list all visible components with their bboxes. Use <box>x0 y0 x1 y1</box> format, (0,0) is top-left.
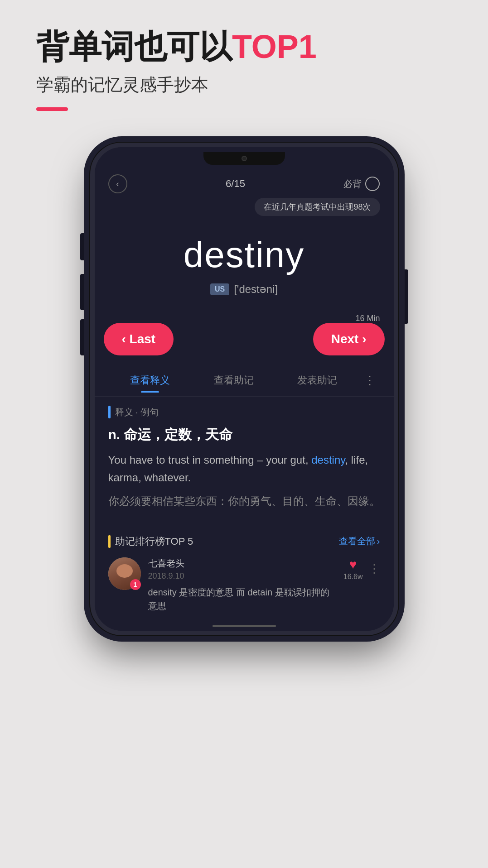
heart-icon: ♥ <box>349 557 357 572</box>
progress-text: 6/15 <box>226 178 245 190</box>
must-memorize-circle[interactable] <box>365 177 380 191</box>
us-badge[interactable]: US <box>210 283 229 295</box>
ranking-section: 助记排行榜TOP 5 查看全部 › 1 <box>95 530 394 622</box>
avatar-badge: 1 <box>130 579 141 590</box>
card-actions: ♥ 16.6w ⋮ <box>343 557 380 581</box>
phone-side-button-3 <box>80 319 86 355</box>
top-bar: ‹ 6/15 必背 <box>95 165 394 198</box>
tabs-section: 查看释义 查看助记 发表助记 ⋮ <box>95 364 394 397</box>
ranking-bar <box>108 535 111 548</box>
phone-frame: ‹ 6/15 必背 在近几年真题考试中出现98次 destiny <box>90 143 398 635</box>
definition-label-text: 释义 · 例句 <box>115 406 159 418</box>
last-button[interactable]: ‹ Last <box>104 323 174 355</box>
highlight-word: destiny <box>311 454 345 466</box>
user-content: density 是密度的意思 而 detain 是耽误扣押的意思 <box>148 585 336 613</box>
phone-bottom-bar <box>95 622 394 631</box>
back-button[interactable]: ‹ <box>108 174 127 193</box>
word-phonetic-row: US ['destəni] <box>104 283 385 296</box>
page-wrapper: 背单词也可以TOP1 学霸的记忆灵感手抄本 ‹ <box>0 0 488 868</box>
hero-title-highlight: TOP1 <box>232 29 317 65</box>
ranking-title-wrap: 助记排行榜TOP 5 <box>108 535 193 548</box>
phone-side-button-right <box>403 269 408 324</box>
tabs-more-button[interactable]: ⋮ <box>359 374 380 388</box>
definition-section: 释义 · 例句 n. 命运，定数，天命 You have to trust in… <box>95 397 394 530</box>
user-date: 2018.9.10 <box>148 571 336 581</box>
tab-underline <box>141 391 159 393</box>
hero-accent-bar <box>36 107 68 111</box>
user-name: 七喜老头 <box>148 557 336 570</box>
heart-count: 16.6w <box>343 573 363 581</box>
phone-side-button-1 <box>80 233 86 260</box>
chevron-right-icon: › <box>377 536 380 547</box>
definition-bar <box>108 406 111 418</box>
next-button[interactable]: Next › <box>313 323 385 355</box>
phone-container: ‹ 6/15 必背 在近几年真题考试中出现98次 destiny <box>90 143 398 635</box>
tab-definition[interactable]: 查看释义 <box>108 369 192 392</box>
hero-subtitle: 学霸的记忆灵感手抄本 <box>36 73 452 96</box>
nav-buttons: 16 Min ‹ Last Next › <box>95 318 394 364</box>
must-memorize-label: 必背 <box>343 177 380 191</box>
definition-pos: n. 命运，定数，天命 <box>108 426 380 444</box>
word-text: destiny <box>104 234 385 276</box>
user-card: 1 七喜老头 2018.9.10 density 是密度的意思 而 detain… <box>108 557 380 613</box>
must-memorize-text: 必背 <box>343 178 362 190</box>
hero-section: 背单词也可以TOP1 学霸的记忆灵感手抄本 <box>0 0 488 143</box>
phone-side-button-2 <box>80 274 86 310</box>
exam-badge: 在近几年真题考试中出现98次 <box>255 198 380 216</box>
user-info: 七喜老头 2018.9.10 density 是密度的意思 而 detain 是… <box>148 557 336 613</box>
camera-dot <box>242 156 247 161</box>
phonetic-text: ['destəni] <box>234 283 278 296</box>
heart-button[interactable]: ♥ 16.6w <box>343 557 363 581</box>
tooltip-area: 在近几年真题考试中出现98次 <box>95 198 394 221</box>
tab-post-mnemonic[interactable]: 发表助记 <box>275 369 359 392</box>
hero-title: 背单词也可以TOP1 <box>36 27 452 66</box>
definition-label: 释义 · 例句 <box>108 406 380 418</box>
hero-title-normal: 背单词也可以 <box>36 29 232 65</box>
avatar-wrap: 1 <box>108 557 141 590</box>
view-all-button[interactable]: 查看全部 › <box>339 535 380 547</box>
home-indicator <box>213 625 276 627</box>
phone-notch <box>95 147 394 165</box>
word-section: destiny US ['destəni] <box>95 221 394 318</box>
definition-example-zh: 你必须要相信某些东西：你的勇气、目的、生命、因缘。 <box>108 493 380 510</box>
ranking-header: 助记排行榜TOP 5 查看全部 › <box>108 535 380 548</box>
phone-screen: ‹ 6/15 必背 在近几年真题考试中出现98次 destiny <box>95 165 394 621</box>
back-icon: ‹ <box>116 179 119 189</box>
min-label: 16 Min <box>355 314 380 323</box>
definition-example-en: You have to trust in something – your gu… <box>108 451 380 486</box>
tab-mnemonic[interactable]: 查看助记 <box>192 369 275 392</box>
more-options-button[interactable]: ⋮ <box>368 562 380 576</box>
ranking-title: 助记排行榜TOP 5 <box>115 535 193 548</box>
notch-bar <box>203 152 285 165</box>
